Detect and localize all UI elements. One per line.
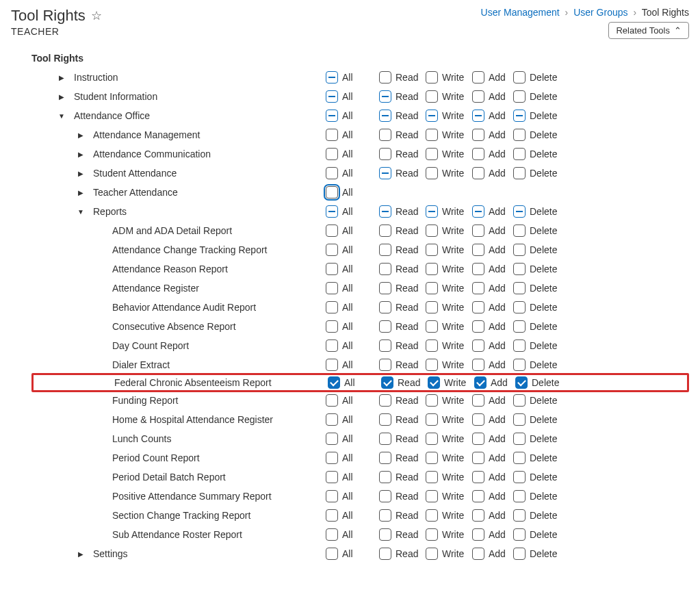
expand-collapse-icon[interactable]: ▶ [75, 151, 86, 158]
checkbox-add[interactable] [472, 148, 484, 160]
checkbox-delete[interactable] [513, 263, 526, 275]
checkbox-read[interactable] [379, 548, 391, 560]
checkbox-read[interactable] [379, 509, 391, 522]
tree-item-label[interactable]: Attendance Change Tracking Report [112, 244, 267, 255]
checkbox-delete[interactable] [513, 110, 526, 122]
checkbox-all[interactable] [326, 320, 338, 333]
checkbox-add[interactable] [472, 301, 484, 313]
checkbox-read[interactable] [379, 471, 391, 483]
expand-collapse-icon[interactable]: ▶ [75, 131, 86, 139]
checkbox-delete[interactable] [513, 301, 526, 313]
tree-item-label[interactable]: Attendance Office [74, 110, 150, 121]
expand-collapse-icon[interactable]: ▼ [56, 112, 67, 120]
checkbox-add[interactable] [472, 90, 484, 103]
checkbox-write[interactable] [426, 90, 438, 103]
checkbox-all[interactable] [326, 509, 338, 522]
checkbox-all[interactable] [326, 110, 338, 122]
checkbox-read[interactable] [379, 433, 391, 445]
checkbox-delete[interactable] [513, 339, 526, 352]
checkbox-write[interactable] [426, 225, 438, 237]
checkbox-delete[interactable] [513, 244, 526, 256]
checkbox-all[interactable] [326, 129, 338, 141]
checkbox-add[interactable] [472, 244, 484, 256]
checkbox-read[interactable] [381, 376, 393, 389]
checkbox-delete[interactable] [513, 167, 526, 179]
tree-item-label[interactable]: Teacher Attendance [93, 187, 178, 198]
checkbox-all[interactable] [326, 433, 338, 445]
checkbox-write[interactable] [426, 263, 438, 275]
checkbox-add[interactable] [472, 394, 484, 407]
checkbox-delete[interactable] [513, 528, 526, 541]
checkbox-read[interactable] [379, 339, 391, 352]
checkbox-delete[interactable] [513, 394, 526, 407]
checkbox-all[interactable] [326, 548, 338, 560]
checkbox-all[interactable] [326, 528, 338, 541]
tree-item-label[interactable]: Day Count Report [112, 340, 189, 351]
checkbox-read[interactable] [379, 205, 391, 218]
tree-item-label[interactable]: Reports [93, 206, 127, 217]
checkbox-all[interactable] [328, 376, 340, 389]
checkbox-read[interactable] [379, 301, 391, 313]
tree-item-label[interactable]: Sub Attendance Roster Report [112, 529, 242, 540]
tree-item-label[interactable]: Attendance Communication [93, 149, 211, 159]
checkbox-add[interactable] [472, 263, 484, 275]
checkbox-all[interactable] [326, 225, 338, 237]
checkbox-write[interactable] [426, 548, 438, 560]
checkbox-delete[interactable] [513, 509, 526, 522]
checkbox-add[interactable] [472, 339, 484, 352]
checkbox-delete[interactable] [513, 225, 526, 237]
checkbox-write[interactable] [426, 471, 438, 483]
checkbox-add[interactable] [472, 129, 484, 141]
checkbox-add[interactable] [472, 452, 484, 464]
tree-item-label[interactable]: Attendance Management [93, 129, 200, 140]
checkbox-all[interactable] [326, 90, 338, 103]
checkbox-write[interactable] [426, 490, 438, 502]
checkbox-add[interactable] [472, 471, 484, 483]
checkbox-all[interactable] [326, 452, 338, 464]
checkbox-add[interactable] [472, 509, 484, 522]
tree-item-label[interactable]: Home & Hospital Attendance Register [112, 414, 273, 425]
tree-item-label[interactable]: Lunch Counts [112, 433, 171, 444]
checkbox-read[interactable] [379, 490, 391, 502]
checkbox-delete[interactable] [513, 320, 526, 333]
checkbox-read[interactable] [379, 71, 391, 84]
checkbox-all[interactable] [326, 263, 338, 275]
checkbox-write[interactable] [426, 282, 438, 294]
checkbox-add[interactable] [474, 376, 487, 389]
tree-item-label[interactable]: Period Detail Batch Report [112, 472, 226, 483]
checkbox-add[interactable] [472, 490, 484, 502]
checkbox-all[interactable] [326, 339, 338, 352]
checkbox-delete[interactable] [513, 205, 526, 218]
checkbox-read[interactable] [379, 320, 391, 333]
checkbox-add[interactable] [472, 320, 484, 333]
checkbox-write[interactable] [426, 167, 438, 179]
checkbox-read[interactable] [379, 167, 391, 179]
expand-collapse-icon[interactable]: ▶ [75, 550, 86, 558]
checkbox-all[interactable] [326, 413, 338, 426]
tree-item-label[interactable]: ADM and ADA Detail Report [112, 225, 232, 236]
expand-collapse-icon[interactable]: ▶ [56, 93, 67, 101]
checkbox-all[interactable] [326, 282, 338, 294]
checkbox-all[interactable] [326, 394, 338, 407]
checkbox-write[interactable] [426, 110, 438, 122]
checkbox-write[interactable] [426, 339, 438, 352]
checkbox-write[interactable] [426, 359, 438, 371]
checkbox-read[interactable] [379, 394, 391, 407]
tree-item-label[interactable]: Behavior Attendance Audit Report [112, 302, 256, 313]
checkbox-write[interactable] [426, 433, 438, 445]
tree-item-label[interactable]: Consecutive Absence Report [112, 321, 236, 332]
checkbox-delete[interactable] [513, 471, 526, 483]
checkbox-write[interactable] [426, 509, 438, 522]
tree-item-label[interactable]: Funding Report [112, 395, 179, 406]
checkbox-all[interactable] [326, 301, 338, 313]
checkbox-all[interactable] [326, 71, 338, 84]
tree-item-label[interactable]: Attendance Register [112, 283, 199, 294]
tree-item-label[interactable]: Settings [93, 548, 128, 559]
checkbox-delete[interactable] [513, 548, 526, 560]
checkbox-read[interactable] [379, 225, 391, 237]
checkbox-write[interactable] [426, 301, 438, 313]
tree-item-label[interactable]: Student Information [74, 91, 157, 102]
checkbox-write[interactable] [426, 452, 438, 464]
checkbox-add[interactable] [472, 167, 484, 179]
tree-item-label[interactable]: Attendance Reason Report [112, 264, 228, 274]
